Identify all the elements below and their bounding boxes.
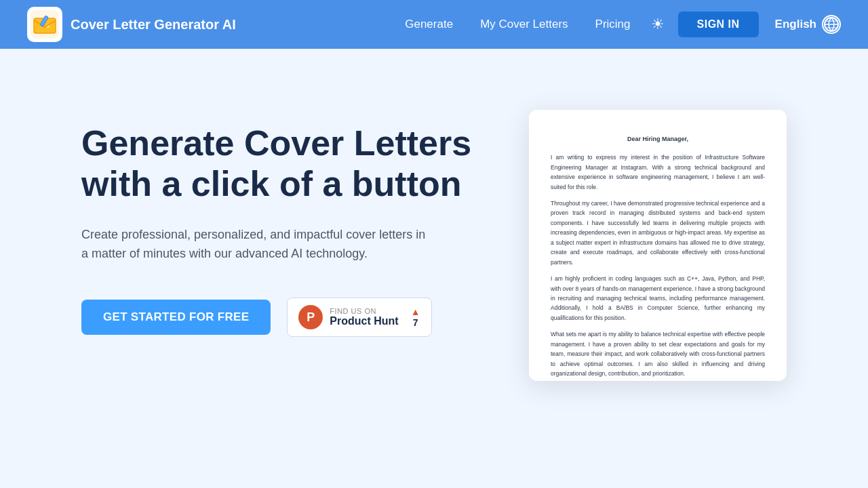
language-label: English bbox=[775, 18, 816, 31]
nav-generate[interactable]: Generate bbox=[405, 18, 453, 31]
letter-para-1: I am writing to express my interest in t… bbox=[551, 152, 765, 192]
letter-preview: Dear Hiring Manager, I am writing to exp… bbox=[529, 110, 787, 381]
letter-para-2: Throughout my career, I have demonstrate… bbox=[551, 199, 765, 267]
find-us-on-label: FIND US ON bbox=[330, 307, 398, 315]
hero-title-line2: with a click of a button bbox=[81, 164, 461, 203]
letter-para-3: I am highly proficient in coding languag… bbox=[551, 274, 765, 323]
letter-para-4: What sets me apart is my ability to bala… bbox=[551, 329, 765, 378]
globe-icon bbox=[822, 15, 841, 34]
nav-pricing[interactable]: Pricing bbox=[595, 18, 631, 31]
nav-my-cover-letters[interactable]: My Cover Letters bbox=[480, 18, 568, 31]
hero-title: Generate Cover Letters with a click of a… bbox=[81, 123, 488, 205]
cta-row: GET STARTED FOR FREE P FIND US ON Produc… bbox=[81, 298, 488, 337]
hero-subtitle: Create professional, personalized, and i… bbox=[81, 225, 434, 264]
cta-button[interactable]: GET STARTED FOR FREE bbox=[81, 300, 271, 335]
product-hunt-score: ▲ 7 bbox=[411, 306, 420, 328]
upvote-arrow-icon: ▲ bbox=[411, 306, 420, 317]
main-nav: Generate My Cover Letters Pricing bbox=[405, 18, 630, 31]
hero-title-line1: Generate Cover Letters bbox=[81, 123, 471, 163]
theme-toggle-icon[interactable]: ☀ bbox=[651, 16, 665, 33]
logo-title: Cover Letter Generator AI bbox=[71, 17, 236, 33]
upvote-count: 7 bbox=[413, 317, 418, 328]
product-hunt-text: FIND US ON Product Hunt bbox=[330, 307, 398, 327]
product-hunt-logo: P bbox=[298, 305, 323, 329]
product-hunt-badge[interactable]: P FIND US ON Product Hunt ▲ 7 bbox=[287, 298, 431, 337]
sign-in-button[interactable]: SIGN IN bbox=[678, 12, 759, 37]
header: Cover Letter Generator AI Generate My Co… bbox=[0, 0, 868, 49]
main-content: Generate Cover Letters with a click of a… bbox=[0, 49, 868, 488]
language-selector[interactable]: English bbox=[775, 15, 841, 34]
product-hunt-name: Product Hunt bbox=[330, 315, 398, 327]
hero-section: Generate Cover Letters with a click of a… bbox=[81, 103, 488, 337]
logo-area[interactable]: Cover Letter Generator AI bbox=[27, 7, 236, 42]
letter-greeting: Dear Hiring Manager, bbox=[551, 134, 765, 144]
logo-icon bbox=[27, 7, 62, 42]
